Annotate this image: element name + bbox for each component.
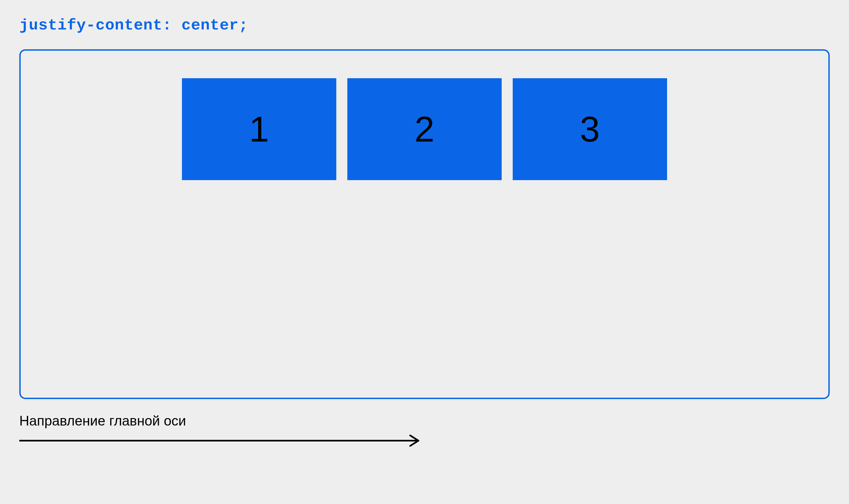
flex-item-3: 3 — [513, 78, 667, 180]
axis-direction: Направление главной оси — [19, 413, 830, 448]
flex-item-2: 2 — [347, 78, 502, 180]
arrow-right-icon — [19, 434, 424, 448]
flex-container: 1 2 3 — [19, 49, 830, 399]
code-title: justify-content: center; — [19, 17, 830, 34]
axis-label: Направление главной оси — [19, 413, 830, 429]
flex-item-1: 1 — [182, 78, 336, 180]
